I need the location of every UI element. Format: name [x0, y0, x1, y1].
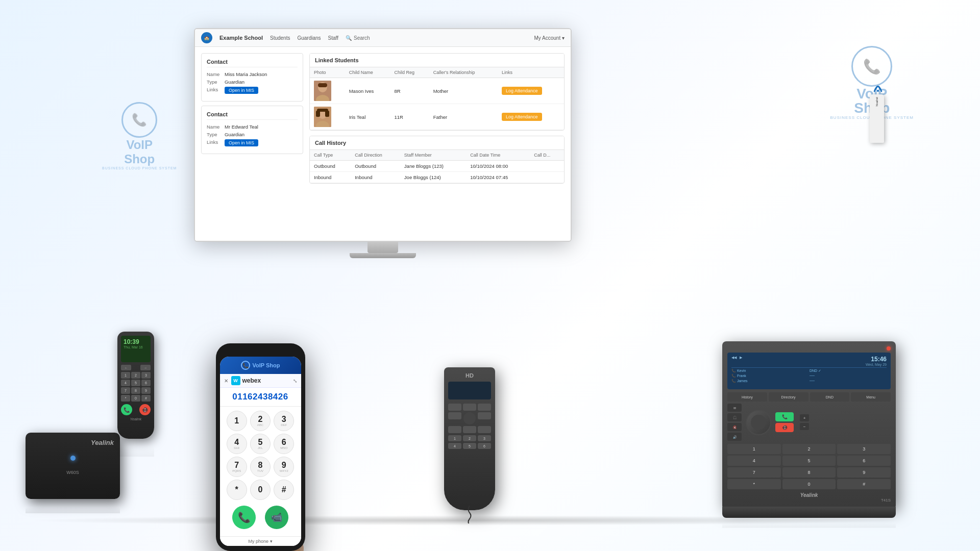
t41s-key-end[interactable]: 📵 [775, 423, 794, 432]
t41s-n1[interactable]: 1 [727, 444, 781, 454]
key-2-letters: ABC [257, 423, 263, 427]
t41s-vol-up[interactable]: + [800, 414, 809, 421]
contact2-open-mis-button[interactable]: Open in MIS [225, 139, 258, 146]
contact1-open-mis-button[interactable]: Open in MIS [225, 87, 258, 94]
hd-num-4[interactable]: 4 [448, 443, 461, 449]
soft-key-directory[interactable]: Directory [769, 392, 808, 402]
t41s-nav-ring[interactable] [746, 410, 771, 435]
t41s-key-answer[interactable]: 📞 [775, 412, 794, 421]
dialpad-key-3[interactable]: 3 DEF [274, 411, 294, 431]
dialpad-key-6[interactable]: 6 MNO [274, 434, 294, 454]
nav-search[interactable]: 🔍 Search [346, 35, 370, 41]
nav-links[interactable]: Students Guardians Staff [270, 35, 338, 41]
hd-num-6[interactable]: 6 [478, 443, 491, 449]
soft-key-dnd[interactable]: DND [810, 392, 850, 402]
wireless-key-star[interactable]: * [121, 395, 130, 402]
wireless-key-9[interactable]: 9 [141, 387, 151, 394]
t41s-key-speaker[interactable]: 🔊 [727, 433, 742, 441]
wireless-key-2[interactable]: 2 [131, 372, 140, 379]
hd-key[interactable] [463, 404, 476, 411]
dialpad-key-8[interactable]: 8 TUV [250, 457, 271, 477]
key-7-num: 7 [234, 461, 239, 469]
wireless-key-left[interactable]: ← [121, 365, 131, 370]
dialpad-key-9[interactable]: 9 WXYZ [274, 457, 294, 477]
th-call-date-time: Call Date Time [466, 150, 530, 161]
dialpad-key-star[interactable]: * [227, 480, 247, 500]
hd-key[interactable] [478, 404, 491, 411]
dialpad-key-0[interactable]: 0 [250, 480, 271, 500]
student2-log-attendance-button[interactable]: Log Attendance [502, 113, 542, 121]
hd-key[interactable] [478, 426, 491, 433]
dialpad-key-5[interactable]: 5 JKL [250, 434, 271, 454]
my-phone-bar[interactable]: My phone ▾ [220, 536, 301, 546]
phone-number-display: 01162438426 [220, 388, 301, 407]
key-3-num: 3 [282, 415, 286, 423]
hd-num-2[interactable]: 2 [463, 435, 476, 441]
dialpad-key-1[interactable]: 1 [227, 411, 247, 431]
call-history-section: Call History Call Type Call Direction St… [309, 136, 565, 184]
hd-handset-body: HD 1 2 3 4 5 6 [444, 367, 495, 510]
t41s-n9[interactable]: 9 [837, 467, 891, 478]
dialpad-key-4[interactable]: 4 GHI [227, 434, 247, 454]
th-child-name: Child Name [345, 67, 390, 78]
t41s-n6[interactable]: 6 [837, 456, 891, 466]
t41s-key-msg[interactable]: ✉ [727, 404, 742, 412]
soft-key-history[interactable]: History [727, 392, 767, 402]
table-row: Iris Teal 11R Father Log Attendance [310, 104, 564, 130]
hd-key[interactable] [448, 404, 461, 411]
expand-icon[interactable]: ⤡ [293, 378, 297, 384]
wireless-key-hash[interactable]: # [141, 395, 151, 402]
search-label[interactable]: Search [354, 35, 370, 41]
svg-point-12 [877, 90, 879, 92]
close-x-icon[interactable]: ✕ [224, 378, 228, 384]
t41s-left-keys: ✉ 🎧 🔇 🔊 [727, 404, 742, 441]
nav-logo: 🏫 [201, 32, 212, 43]
nav-staff[interactable]: Staff [328, 35, 338, 41]
wireless-key-5[interactable]: 5 [131, 380, 140, 386]
t41s-nhash[interactable]: # [837, 479, 891, 489]
nav-guardians[interactable]: Guardians [297, 35, 321, 41]
t41s-key-headset[interactable]: 🎧 [727, 413, 742, 421]
wireless-key-0[interactable]: 0 [131, 395, 140, 402]
t41s-n0[interactable]: 0 [782, 479, 836, 489]
hd-key[interactable] [478, 412, 491, 419]
student1-log-attendance-button[interactable]: Log Attendance [502, 87, 542, 95]
t41s-key-mute[interactable]: 🔇 [727, 423, 742, 431]
t41s-screen-header: ◀◀ ▶ 15:46 Wed, May 29 [731, 356, 887, 368]
my-phone-chevron: ▾ [270, 539, 273, 544]
wireless-key-8[interactable]: 8 [131, 387, 140, 394]
soft-key-menu[interactable]: Menu [851, 392, 891, 402]
t41s-n5[interactable]: 5 [782, 456, 836, 466]
wireless-key-right[interactable]: → [140, 365, 151, 370]
hd-num-1[interactable]: 1 [448, 435, 461, 441]
wireless-key-1[interactable]: 1 [121, 372, 130, 379]
t41s-n4[interactable]: 4 [727, 456, 781, 466]
wireless-call-button[interactable]: 📞 [121, 404, 132, 415]
t41s-n8[interactable]: 8 [782, 467, 836, 478]
dialpad-key-7[interactable]: 7 PQRS [227, 457, 247, 477]
t41s-vol-down[interactable]: − [800, 423, 809, 430]
account-label[interactable]: My Account [534, 35, 561, 41]
nav-students[interactable]: Students [270, 35, 290, 41]
t41s-n2[interactable]: 2 [782, 444, 836, 454]
call-button[interactable]: 📞 [232, 506, 256, 529]
t41s-nav-center[interactable] [751, 415, 766, 430]
hd-key[interactable] [448, 426, 461, 433]
nav-account[interactable]: My Account ▾ [534, 35, 565, 41]
t41s-n3[interactable]: 3 [837, 444, 891, 454]
hd-key[interactable] [448, 412, 461, 419]
video-call-button[interactable]: 📹 [265, 506, 288, 529]
hd-num-3[interactable]: 3 [478, 435, 491, 441]
hd-num-5[interactable]: 5 [463, 443, 476, 449]
wireless-key-7[interactable]: 7 [121, 387, 130, 394]
hd-nav-ring[interactable] [463, 412, 476, 424]
wireless-key-3[interactable]: 3 [141, 372, 151, 379]
dialpad-key-hash[interactable]: # [274, 480, 294, 500]
wireless-key-4[interactable]: 4 [121, 380, 130, 386]
t41s-n7[interactable]: 7 [727, 467, 781, 478]
wireless-key-6[interactable]: 6 [141, 380, 151, 386]
wireless-end-button[interactable]: 📵 [139, 404, 151, 415]
dialpad-key-2[interactable]: 2 ABC [250, 411, 271, 431]
t41s-nstar[interactable]: * [727, 479, 781, 489]
hd-key[interactable] [463, 426, 476, 433]
